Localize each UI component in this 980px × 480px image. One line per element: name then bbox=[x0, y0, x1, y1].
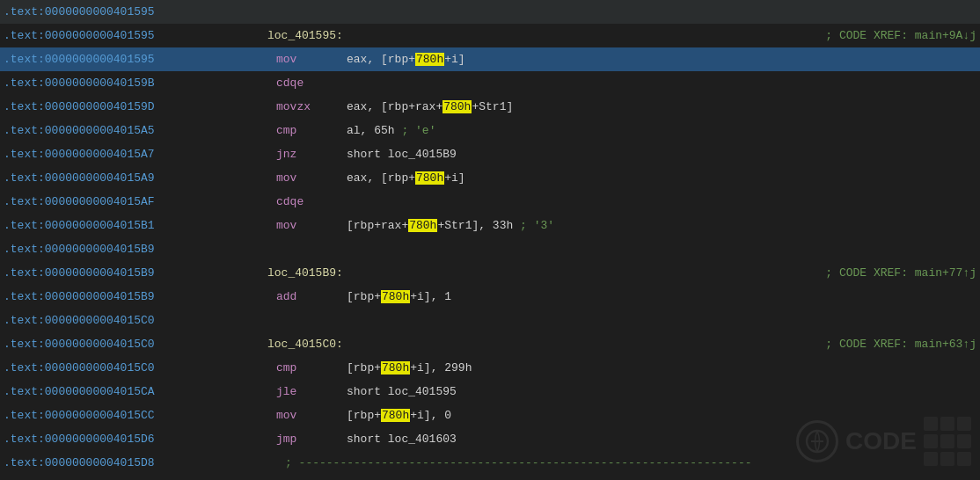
code-line[interactable]: .text:00000000004015CA jle short loc_401… bbox=[0, 380, 980, 404]
operands: eax, [rbp+780h+i] bbox=[347, 53, 465, 66]
operands: al, 65h ; 'e' bbox=[347, 124, 435, 137]
mnemonic: jle bbox=[267, 385, 347, 398]
code-line[interactable]: .text:00000000004015A5 cmp al, 65h ; 'e' bbox=[0, 119, 980, 142]
mnemonic: cdqe bbox=[267, 76, 347, 90]
address: .text:00000000004015C0 bbox=[4, 314, 267, 327]
address: .text:00000000004015D6 bbox=[4, 433, 267, 446]
address: .text:0000000000401595 bbox=[4, 53, 267, 66]
code-line[interactable]: .text:000000000040159B cdqe bbox=[0, 71, 980, 95]
mnemonic: mov bbox=[267, 409, 347, 422]
operands: [rbp+780h+i], 0 bbox=[347, 409, 451, 422]
mnemonic: cmp bbox=[267, 124, 347, 137]
mnemonic: mov bbox=[267, 171, 347, 185]
operands: [rbp+rax+780h+Str1], 33h ; '3' bbox=[347, 219, 554, 232]
address: .text:00000000004015A9 bbox=[4, 171, 267, 185]
comment: ; CODE XREF: main+63↑j bbox=[825, 338, 976, 351]
code-line[interactable]: .text:00000000004015C0 loc_4015C0: ; COD… bbox=[0, 332, 980, 356]
address: .text:00000000004015C0 bbox=[4, 361, 267, 375]
address: .text:00000000004015C0 bbox=[4, 338, 267, 351]
mnemonic: mov bbox=[267, 53, 347, 66]
label: loc_4015C0: bbox=[267, 338, 373, 351]
label: loc_4015B9: bbox=[267, 266, 373, 280]
code-line[interactable]: .text:0000000000401595 bbox=[0, 0, 980, 24]
address: .text:00000000004015D8 bbox=[4, 456, 267, 469]
code-line[interactable]: .text:00000000004015B9 loc_4015B9: ; COD… bbox=[0, 261, 980, 285]
address: .text:00000000004015CA bbox=[4, 385, 267, 398]
address: .text:00000000004015A5 bbox=[4, 124, 267, 137]
address: .text:00000000004015B1 bbox=[4, 219, 267, 232]
address: .text:00000000004015B9 bbox=[4, 266, 267, 280]
operands: short loc_4015B9 bbox=[347, 148, 457, 161]
address: .text:000000000040159D bbox=[4, 100, 267, 113]
operands: eax, [rbp+780h+i] bbox=[347, 171, 465, 185]
mnemonic: mov bbox=[267, 219, 347, 232]
code-line[interactable]: .text:00000000004015C0 bbox=[0, 309, 980, 332]
address: .text:00000000004015AF bbox=[4, 195, 267, 208]
code-line[interactable]: .text:00000000004015A9 mov eax, [rbp+780… bbox=[0, 166, 980, 190]
code-line[interactable]: .text:00000000004015AF cdqe bbox=[0, 190, 980, 214]
code-line-highlighted[interactable]: .text:0000000000401595 mov eax, [rbp+780… bbox=[0, 47, 980, 71]
address: .text:00000000004015B9 bbox=[4, 243, 267, 256]
comment: ; CODE XREF: main+9A↓j bbox=[825, 29, 976, 42]
watermark-icon bbox=[796, 420, 838, 462]
operands: short loc_401595 bbox=[347, 385, 457, 398]
address: .text:0000000000401595 bbox=[4, 5, 267, 18]
address: .text:0000000000401595 bbox=[4, 29, 267, 42]
address: .text:000000000040159B bbox=[4, 76, 267, 90]
mnemonic: jnz bbox=[267, 148, 347, 161]
watermark-label: CODE bbox=[845, 427, 917, 455]
mnemonic: add bbox=[267, 290, 347, 303]
mnemonic: movzx bbox=[267, 100, 347, 113]
code-line[interactable]: .text:00000000004015A7 jnz short loc_401… bbox=[0, 142, 980, 166]
address: .text:00000000004015A7 bbox=[4, 148, 267, 161]
operands: [rbp+780h+i], 299h bbox=[347, 361, 472, 375]
separator: ; --------------------------------------… bbox=[285, 456, 752, 469]
mnemonic: cdqe bbox=[267, 195, 347, 208]
watermark: CODE bbox=[796, 417, 971, 466]
code-line[interactable]: .text:0000000000401595 loc_401595: ; COD… bbox=[0, 24, 980, 47]
label: loc_401595: bbox=[267, 29, 373, 42]
mnemonic: jmp bbox=[267, 433, 347, 446]
operands: eax, [rbp+rax+780h+Str1] bbox=[347, 100, 513, 113]
address: .text:00000000004015B9 bbox=[4, 290, 267, 303]
code-line[interactable]: .text:00000000004015B9 bbox=[0, 237, 980, 261]
code-line[interactable]: .text:00000000004015C0 cmp [rbp+780h+i],… bbox=[0, 356, 980, 380]
code-line[interactable]: .text:00000000004015B1 mov [rbp+rax+780h… bbox=[0, 214, 980, 237]
mnemonic: cmp bbox=[267, 361, 347, 375]
comment: ; CODE XREF: main+77↑j bbox=[825, 266, 976, 280]
code-line[interactable]: .text:000000000040159D movzx eax, [rbp+r… bbox=[0, 95, 980, 119]
operands: short loc_401603 bbox=[347, 433, 457, 446]
operands: [rbp+780h+i], 1 bbox=[347, 290, 451, 303]
code-view: .text:0000000000401595 .text:00000000004… bbox=[0, 0, 980, 475]
code-line[interactable]: .text:00000000004015B9 add [rbp+780h+i],… bbox=[0, 285, 980, 309]
address: .text:00000000004015CC bbox=[4, 409, 267, 422]
